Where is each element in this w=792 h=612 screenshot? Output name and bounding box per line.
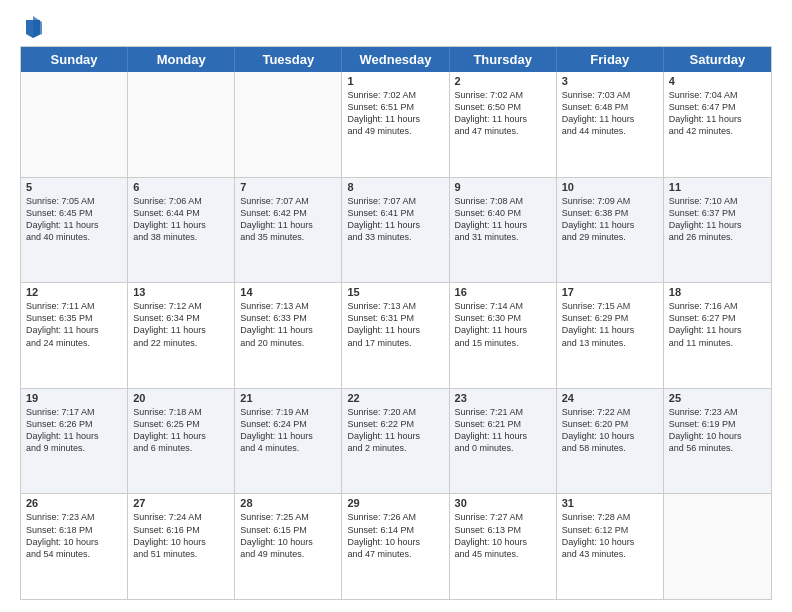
calendar-day-14: 14Sunrise: 7:13 AM Sunset: 6:33 PM Dayli… <box>235 283 342 388</box>
day-number: 10 <box>562 181 658 193</box>
header-day-saturday: Saturday <box>664 47 771 72</box>
logo-icon <box>24 16 42 38</box>
day-number: 5 <box>26 181 122 193</box>
day-info: Sunrise: 7:22 AM Sunset: 6:20 PM Dayligh… <box>562 406 658 455</box>
day-number: 20 <box>133 392 229 404</box>
calendar-day-3: 3Sunrise: 7:03 AM Sunset: 6:48 PM Daylig… <box>557 72 664 177</box>
day-number: 16 <box>455 286 551 298</box>
header-day-tuesday: Tuesday <box>235 47 342 72</box>
day-number: 29 <box>347 497 443 509</box>
day-number: 23 <box>455 392 551 404</box>
calendar-day-empty <box>235 72 342 177</box>
day-info: Sunrise: 7:17 AM Sunset: 6:26 PM Dayligh… <box>26 406 122 455</box>
day-info: Sunrise: 7:04 AM Sunset: 6:47 PM Dayligh… <box>669 89 766 138</box>
day-info: Sunrise: 7:24 AM Sunset: 6:16 PM Dayligh… <box>133 511 229 560</box>
day-info: Sunrise: 7:02 AM Sunset: 6:50 PM Dayligh… <box>455 89 551 138</box>
calendar-day-24: 24Sunrise: 7:22 AM Sunset: 6:20 PM Dayli… <box>557 389 664 494</box>
day-number: 12 <box>26 286 122 298</box>
day-number: 25 <box>669 392 766 404</box>
page: SundayMondayTuesdayWednesdayThursdayFrid… <box>0 0 792 612</box>
calendar-day-12: 12Sunrise: 7:11 AM Sunset: 6:35 PM Dayli… <box>21 283 128 388</box>
calendar-day-1: 1Sunrise: 7:02 AM Sunset: 6:51 PM Daylig… <box>342 72 449 177</box>
calendar-day-22: 22Sunrise: 7:20 AM Sunset: 6:22 PM Dayli… <box>342 389 449 494</box>
calendar-day-13: 13Sunrise: 7:12 AM Sunset: 6:34 PM Dayli… <box>128 283 235 388</box>
calendar-week-4: 19Sunrise: 7:17 AM Sunset: 6:26 PM Dayli… <box>21 388 771 494</box>
day-info: Sunrise: 7:26 AM Sunset: 6:14 PM Dayligh… <box>347 511 443 560</box>
day-number: 24 <box>562 392 658 404</box>
day-number: 22 <box>347 392 443 404</box>
day-info: Sunrise: 7:06 AM Sunset: 6:44 PM Dayligh… <box>133 195 229 244</box>
calendar-day-9: 9Sunrise: 7:08 AM Sunset: 6:40 PM Daylig… <box>450 178 557 283</box>
calendar-day-27: 27Sunrise: 7:24 AM Sunset: 6:16 PM Dayli… <box>128 494 235 599</box>
day-number: 30 <box>455 497 551 509</box>
day-info: Sunrise: 7:28 AM Sunset: 6:12 PM Dayligh… <box>562 511 658 560</box>
day-info: Sunrise: 7:19 AM Sunset: 6:24 PM Dayligh… <box>240 406 336 455</box>
calendar-day-26: 26Sunrise: 7:23 AM Sunset: 6:18 PM Dayli… <box>21 494 128 599</box>
day-info: Sunrise: 7:27 AM Sunset: 6:13 PM Dayligh… <box>455 511 551 560</box>
calendar-week-2: 5Sunrise: 7:05 AM Sunset: 6:45 PM Daylig… <box>21 177 771 283</box>
day-info: Sunrise: 7:05 AM Sunset: 6:45 PM Dayligh… <box>26 195 122 244</box>
header-day-friday: Friday <box>557 47 664 72</box>
day-info: Sunrise: 7:13 AM Sunset: 6:31 PM Dayligh… <box>347 300 443 349</box>
day-info: Sunrise: 7:13 AM Sunset: 6:33 PM Dayligh… <box>240 300 336 349</box>
calendar-day-18: 18Sunrise: 7:16 AM Sunset: 6:27 PM Dayli… <box>664 283 771 388</box>
header-day-wednesday: Wednesday <box>342 47 449 72</box>
day-info: Sunrise: 7:07 AM Sunset: 6:42 PM Dayligh… <box>240 195 336 244</box>
logo <box>20 16 42 38</box>
day-info: Sunrise: 7:14 AM Sunset: 6:30 PM Dayligh… <box>455 300 551 349</box>
day-number: 11 <box>669 181 766 193</box>
day-number: 2 <box>455 75 551 87</box>
calendar-day-2: 2Sunrise: 7:02 AM Sunset: 6:50 PM Daylig… <box>450 72 557 177</box>
day-info: Sunrise: 7:15 AM Sunset: 6:29 PM Dayligh… <box>562 300 658 349</box>
calendar-day-4: 4Sunrise: 7:04 AM Sunset: 6:47 PM Daylig… <box>664 72 771 177</box>
header-day-monday: Monday <box>128 47 235 72</box>
day-number: 18 <box>669 286 766 298</box>
calendar-day-10: 10Sunrise: 7:09 AM Sunset: 6:38 PM Dayli… <box>557 178 664 283</box>
day-info: Sunrise: 7:23 AM Sunset: 6:19 PM Dayligh… <box>669 406 766 455</box>
day-info: Sunrise: 7:21 AM Sunset: 6:21 PM Dayligh… <box>455 406 551 455</box>
header-day-sunday: Sunday <box>21 47 128 72</box>
calendar-day-19: 19Sunrise: 7:17 AM Sunset: 6:26 PM Dayli… <box>21 389 128 494</box>
calendar-day-29: 29Sunrise: 7:26 AM Sunset: 6:14 PM Dayli… <box>342 494 449 599</box>
calendar-day-empty <box>664 494 771 599</box>
day-number: 13 <box>133 286 229 298</box>
day-info: Sunrise: 7:09 AM Sunset: 6:38 PM Dayligh… <box>562 195 658 244</box>
day-info: Sunrise: 7:20 AM Sunset: 6:22 PM Dayligh… <box>347 406 443 455</box>
calendar-day-16: 16Sunrise: 7:14 AM Sunset: 6:30 PM Dayli… <box>450 283 557 388</box>
calendar: SundayMondayTuesdayWednesdayThursdayFrid… <box>20 46 772 600</box>
calendar-day-25: 25Sunrise: 7:23 AM Sunset: 6:19 PM Dayli… <box>664 389 771 494</box>
header-day-thursday: Thursday <box>450 47 557 72</box>
calendar-day-31: 31Sunrise: 7:28 AM Sunset: 6:12 PM Dayli… <box>557 494 664 599</box>
day-number: 26 <box>26 497 122 509</box>
header <box>20 16 772 38</box>
calendar-day-7: 7Sunrise: 7:07 AM Sunset: 6:42 PM Daylig… <box>235 178 342 283</box>
day-number: 7 <box>240 181 336 193</box>
calendar-day-20: 20Sunrise: 7:18 AM Sunset: 6:25 PM Dayli… <box>128 389 235 494</box>
day-info: Sunrise: 7:23 AM Sunset: 6:18 PM Dayligh… <box>26 511 122 560</box>
day-info: Sunrise: 7:10 AM Sunset: 6:37 PM Dayligh… <box>669 195 766 244</box>
day-info: Sunrise: 7:25 AM Sunset: 6:15 PM Dayligh… <box>240 511 336 560</box>
day-number: 4 <box>669 75 766 87</box>
day-info: Sunrise: 7:07 AM Sunset: 6:41 PM Dayligh… <box>347 195 443 244</box>
calendar-day-28: 28Sunrise: 7:25 AM Sunset: 6:15 PM Dayli… <box>235 494 342 599</box>
day-number: 15 <box>347 286 443 298</box>
calendar-week-3: 12Sunrise: 7:11 AM Sunset: 6:35 PM Dayli… <box>21 282 771 388</box>
day-info: Sunrise: 7:18 AM Sunset: 6:25 PM Dayligh… <box>133 406 229 455</box>
day-number: 28 <box>240 497 336 509</box>
day-number: 8 <box>347 181 443 193</box>
calendar-day-17: 17Sunrise: 7:15 AM Sunset: 6:29 PM Dayli… <box>557 283 664 388</box>
calendar-day-30: 30Sunrise: 7:27 AM Sunset: 6:13 PM Dayli… <box>450 494 557 599</box>
day-info: Sunrise: 7:02 AM Sunset: 6:51 PM Dayligh… <box>347 89 443 138</box>
calendar-week-5: 26Sunrise: 7:23 AM Sunset: 6:18 PM Dayli… <box>21 493 771 599</box>
day-number: 3 <box>562 75 658 87</box>
day-number: 21 <box>240 392 336 404</box>
calendar-day-11: 11Sunrise: 7:10 AM Sunset: 6:37 PM Dayli… <box>664 178 771 283</box>
day-info: Sunrise: 7:08 AM Sunset: 6:40 PM Dayligh… <box>455 195 551 244</box>
day-number: 6 <box>133 181 229 193</box>
day-info: Sunrise: 7:11 AM Sunset: 6:35 PM Dayligh… <box>26 300 122 349</box>
day-info: Sunrise: 7:16 AM Sunset: 6:27 PM Dayligh… <box>669 300 766 349</box>
calendar-day-empty <box>21 72 128 177</box>
calendar-day-empty <box>128 72 235 177</box>
calendar-header-row: SundayMondayTuesdayWednesdayThursdayFrid… <box>21 47 771 72</box>
svg-marker-1 <box>33 16 42 38</box>
